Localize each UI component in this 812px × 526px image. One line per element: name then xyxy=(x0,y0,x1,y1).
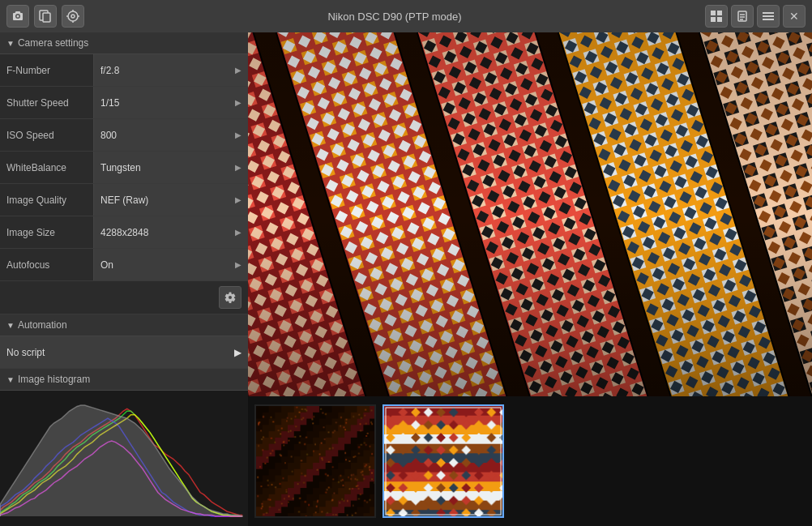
main-image-canvas xyxy=(248,32,812,396)
main-image-area xyxy=(248,32,812,396)
camera-settings-label: Camera settings xyxy=(18,37,88,49)
autofocus-value: On xyxy=(100,259,113,271)
automation-arrow: ▼ xyxy=(6,321,15,330)
thumbnail-1[interactable] xyxy=(254,404,376,518)
shutter-label: Shutter Speed xyxy=(0,97,93,109)
svg-rect-8 xyxy=(711,11,716,15)
fnumber-label: F-Number xyxy=(0,65,93,76)
svg-rect-17 xyxy=(763,15,774,17)
svg-rect-1 xyxy=(43,13,50,22)
left-panel: ▼ Camera settings F-Number f/2.8 ▶ Shutt… xyxy=(0,32,248,526)
wb-value-btn[interactable]: Tungsten ▶ xyxy=(93,152,248,183)
copy-icon-btn[interactable] xyxy=(34,5,57,28)
svg-rect-16 xyxy=(763,12,774,14)
no-script-label: No script xyxy=(6,347,45,358)
titlebar-right-controls: ✕ xyxy=(705,5,806,28)
svg-rect-10 xyxy=(711,17,716,22)
automation-label: Automation xyxy=(18,319,67,331)
right-panel xyxy=(248,32,812,526)
camera-settings-arrow: ▼ xyxy=(6,39,15,48)
histogram-header[interactable]: ▼ Image histogram xyxy=(0,369,248,391)
main-content: ▼ Camera settings F-Number f/2.8 ▶ Shutt… xyxy=(0,32,812,526)
svg-rect-11 xyxy=(717,17,722,22)
gear-row xyxy=(0,281,248,314)
svg-rect-18 xyxy=(763,19,774,20)
settings-list: F-Number f/2.8 ▶ Shutter Speed 1/15 ▶ IS… xyxy=(0,54,248,281)
autofocus-value-btn[interactable]: On ▶ xyxy=(93,249,248,280)
fnumber-chevron: ▶ xyxy=(235,66,241,75)
autofocus-label: Autofocus xyxy=(0,259,93,271)
shutter-row: Shutter Speed 1/15 ▶ xyxy=(0,87,248,119)
window-title: Nikon DSC D90 (PTP mode) xyxy=(84,11,705,23)
imgquality-chevron: ▶ xyxy=(235,195,241,204)
imgquality-row: Image Quality NEF (Raw) ▶ xyxy=(0,184,248,216)
imgquality-value-btn[interactable]: NEF (Raw) ▶ xyxy=(93,184,248,216)
shutter-value: 1/15 xyxy=(100,97,119,109)
imgsize-value-btn[interactable]: 4288x2848 ▶ xyxy=(93,216,248,248)
shutter-chevron: ▶ xyxy=(235,98,241,107)
thumbnail-strip xyxy=(248,396,812,526)
titlebar: Nikon DSC D90 (PTP mode) xyxy=(0,0,812,32)
camera-settings-header[interactable]: ▼ Camera settings xyxy=(0,32,248,54)
histogram-canvas xyxy=(0,391,248,526)
wb-label: WhiteBalance xyxy=(0,162,93,173)
histogram-arrow: ▼ xyxy=(6,375,15,384)
iso-label: ISO Speed xyxy=(0,130,93,141)
svg-point-2 xyxy=(68,11,78,21)
target-icon-btn[interactable] xyxy=(62,5,84,28)
autofocus-chevron: ▶ xyxy=(235,260,241,269)
imgsize-label: Image Size xyxy=(0,227,93,238)
wb-row: WhiteBalance Tungsten ▶ xyxy=(0,152,248,184)
svg-rect-9 xyxy=(717,11,722,15)
iso-value-btn[interactable]: 800 ▶ xyxy=(93,119,248,151)
camera-icon-btn[interactable] xyxy=(6,5,29,28)
histogram-label: Image histogram xyxy=(18,374,90,385)
imgsize-value: 4288x2848 xyxy=(100,227,148,238)
fnumber-value-btn[interactable]: f/2.8 ▶ xyxy=(93,54,248,86)
no-script-row: No script ▶ xyxy=(0,336,248,369)
no-script-button[interactable]: No script ▶ xyxy=(0,336,248,368)
histogram-section: ▼ Image histogram xyxy=(0,369,248,526)
close-ctrl-btn[interactable]: ✕ xyxy=(783,5,806,28)
fnumber-value: f/2.8 xyxy=(100,65,119,76)
shutter-value-btn[interactable]: 1/15 ▶ xyxy=(93,87,248,118)
thumbnail-2-canvas xyxy=(384,406,502,516)
wb-value: Tungsten xyxy=(100,162,141,173)
titlebar-left-icons xyxy=(6,5,84,28)
thumbnail-2[interactable] xyxy=(382,404,504,518)
wb-chevron: ▶ xyxy=(235,163,241,172)
imgsize-chevron: ▶ xyxy=(235,228,241,237)
svg-point-3 xyxy=(71,15,75,18)
no-script-chevron: ▶ xyxy=(234,347,241,358)
iso-value: 800 xyxy=(100,130,117,141)
imgquality-label: Image Quality xyxy=(0,195,93,206)
fnumber-row: F-Number f/2.8 ▶ xyxy=(0,54,248,87)
autofocus-row: Autofocus On ▶ xyxy=(0,249,248,281)
automation-header[interactable]: ▼ Automation xyxy=(0,314,248,336)
gear-button[interactable] xyxy=(219,286,241,309)
thumbnail-1-canvas xyxy=(256,406,374,516)
iso-chevron: ▶ xyxy=(235,130,241,139)
grid2-ctrl-btn[interactable] xyxy=(705,5,728,28)
imgquality-value: NEF (Raw) xyxy=(100,195,148,206)
imgsize-row: Image Size 4288x2848 ▶ xyxy=(0,216,248,249)
menu-ctrl-btn[interactable] xyxy=(757,5,780,28)
doc-ctrl-btn[interactable] xyxy=(731,5,754,28)
automation-section: ▼ Automation No script ▶ xyxy=(0,314,248,369)
iso-row: ISO Speed 800 ▶ xyxy=(0,119,248,152)
